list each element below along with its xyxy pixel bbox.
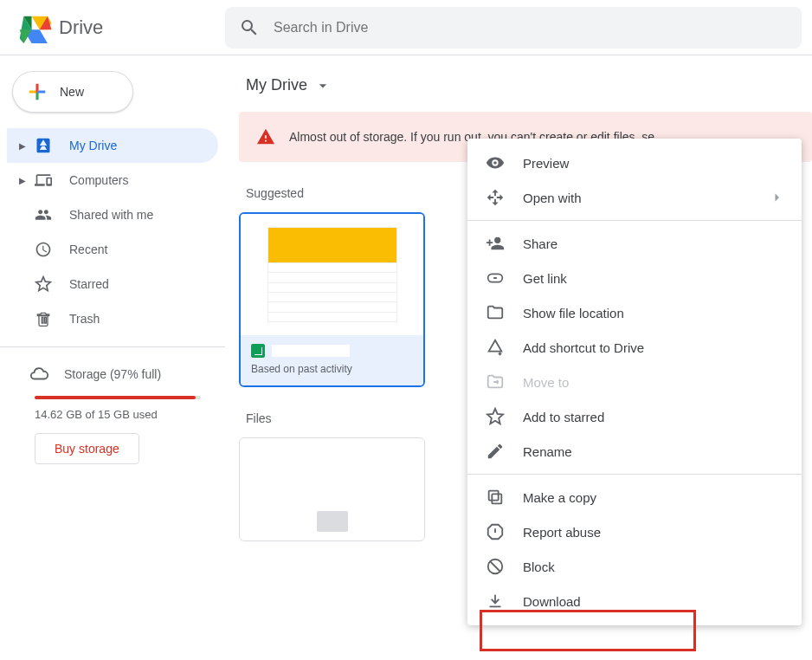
plus-icon (25, 80, 49, 104)
caret-right-icon: ▶ (19, 141, 29, 151)
menu-item-label: Rename (523, 444, 572, 459)
sidebar-item-my-drive[interactable]: ▶ My Drive (7, 128, 218, 163)
menu-block[interactable]: Block (467, 549, 802, 584)
logo-wrap[interactable]: Drive (10, 12, 225, 43)
nav-list: ▶ My Drive ▶ Computers Shared with me (7, 128, 218, 336)
menu-download[interactable]: Download (467, 584, 802, 618)
menu-item-label: Make a copy (523, 490, 596, 505)
breadcrumb[interactable]: My Drive (239, 62, 812, 112)
menu-item-label: Preview (523, 156, 569, 171)
sidebar-item-label: Recent (69, 243, 107, 256)
sidebar-item-label: Starred (69, 277, 109, 291)
caret-right-icon: ▶ (19, 176, 29, 185)
menu-item-label: Add shortcut to Drive (523, 340, 644, 355)
drive-logo-icon (17, 12, 52, 43)
sidebar-item-label: My Drive (69, 139, 117, 152)
menu-item-label: Block (523, 560, 555, 574)
menu-item-label: Show file location (523, 306, 624, 320)
copy-icon (485, 488, 506, 507)
sidebar: New ▶ My Drive ▶ Computers (0, 55, 225, 660)
breadcrumb-label: My Drive (246, 76, 307, 94)
cloud-icon (29, 365, 48, 384)
chevron-down-icon (314, 77, 332, 94)
file-subtitle: Based on past activity (251, 363, 413, 375)
menu-share[interactable]: Share (467, 226, 802, 261)
sidebar-item-recent[interactable]: Recent (7, 232, 218, 267)
new-button[interactable]: New (12, 71, 133, 113)
storage-used-text: 14.62 GB of 15 GB used (35, 408, 218, 421)
menu-item-label: Report abuse (523, 525, 601, 540)
sidebar-item-shared[interactable]: Shared with me (7, 197, 218, 232)
shared-icon (33, 206, 54, 223)
star-outline-icon (485, 407, 506, 426)
menu-item-label: Open with (523, 191, 582, 205)
sidebar-item-label: Computers (69, 173, 128, 187)
menu-open-with[interactable]: Open with (467, 180, 802, 215)
star-icon (33, 275, 54, 293)
sidebar-item-trash[interactable]: Trash (7, 301, 218, 336)
menu-show-location[interactable]: Show file location (467, 295, 802, 330)
menu-get-link[interactable]: Get link (467, 261, 802, 295)
file-generic-icon (317, 511, 348, 532)
block-icon (485, 557, 506, 576)
menu-item-label: Add to starred (523, 410, 604, 424)
menu-add-shortcut[interactable]: Add shortcut to Drive (467, 330, 802, 365)
eye-icon (485, 153, 506, 172)
app-title: Drive (59, 16, 103, 39)
folder-icon (485, 303, 506, 322)
my-drive-icon (33, 137, 54, 154)
header: Drive (0, 0, 812, 55)
computers-icon (33, 171, 54, 189)
menu-item-label: Download (523, 594, 581, 609)
search-bar[interactable] (225, 7, 802, 49)
link-icon (485, 269, 506, 288)
card-thumbnail (241, 214, 423, 335)
svg-rect-0 (492, 494, 501, 503)
file-title (272, 345, 350, 357)
menu-add-starred[interactable]: Add to starred (467, 399, 802, 434)
storage-meter (35, 396, 201, 399)
report-icon (485, 522, 506, 541)
download-icon (485, 592, 506, 611)
search-icon (239, 17, 260, 38)
menu-item-label: Move to (523, 375, 569, 390)
shortcut-icon (485, 338, 506, 357)
trash-icon (33, 310, 54, 327)
sheets-icon (251, 344, 265, 358)
menu-make-copy[interactable]: Make a copy (467, 480, 802, 514)
new-button-label: New (60, 85, 84, 99)
open-with-icon (485, 188, 506, 207)
search-input[interactable] (274, 20, 788, 36)
menu-rename[interactable]: Rename (467, 434, 802, 469)
svg-rect-1 (489, 491, 499, 501)
warning-icon (256, 127, 275, 146)
sidebar-item-computers[interactable]: ▶ Computers (7, 163, 218, 197)
chevron-right-icon (769, 190, 784, 205)
sidebar-item-label: Trash (69, 312, 100, 326)
menu-report-abuse[interactable]: Report abuse (467, 514, 802, 549)
storage-label: Storage (97% full) (64, 367, 161, 381)
context-menu: Preview Open with Share Get link Show fi… (467, 139, 802, 625)
menu-move-to: Move to (467, 365, 802, 399)
buy-storage-button[interactable]: Buy storage (35, 433, 139, 464)
person-add-icon (485, 234, 506, 253)
sidebar-item-storage[interactable]: Storage (97% full) (7, 358, 218, 391)
pencil-icon (485, 442, 506, 461)
move-icon (485, 372, 506, 391)
menu-item-label: Get link (523, 271, 567, 286)
sidebar-item-starred[interactable]: Starred (7, 267, 218, 301)
suggested-card[interactable]: Based on past activity (239, 212, 425, 387)
recent-icon (33, 241, 54, 258)
file-card[interactable] (239, 437, 425, 541)
sidebar-item-label: Shared with me (69, 208, 153, 222)
menu-item-label: Share (523, 236, 557, 251)
menu-preview[interactable]: Preview (467, 146, 802, 180)
